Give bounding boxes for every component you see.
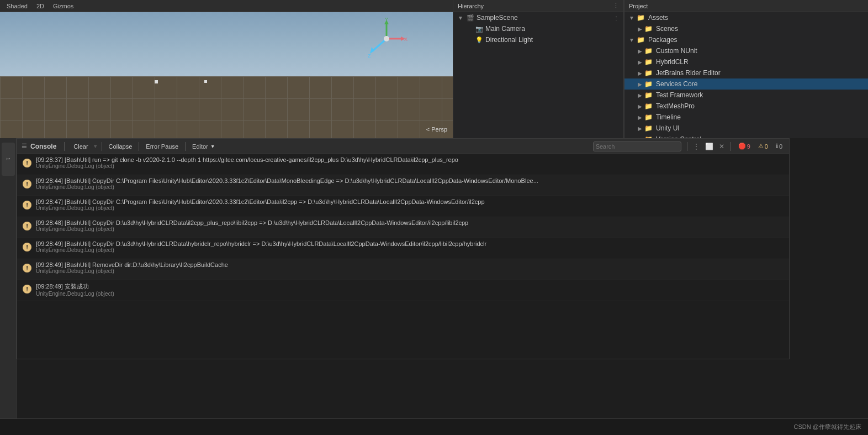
info-count: 0 — [779, 143, 782, 150]
project-item-label: Test Framework — [656, 91, 703, 99]
clear-button[interactable]: Clear — [70, 142, 91, 151]
error-pause-button[interactable]: Error Pause — [142, 142, 182, 151]
hierarchy-header: Hierarchy ⋮ — [453, 0, 623, 12]
divider-2 — [102, 142, 102, 151]
svg-text:X: X — [404, 36, 407, 42]
console-message[interactable]: ![09:28:44] [BashUtil] CopyDir C:\Progra… — [17, 175, 789, 196]
console-maximize-icon[interactable]: ⬜ — [705, 143, 713, 150]
project-item-custom-nunit[interactable]: ▶📁Custom NUnit — [624, 45, 868, 56]
error-count: 9 — [747, 143, 750, 150]
editor-dropdown-icon: ▼ — [210, 144, 215, 149]
message-line2: UnityEngine.Debug:Log (object) — [36, 291, 785, 297]
hierarchy-panel: Hierarchy ⋮ ▼ 🎬 SampleScene ⋮ 📷 Main Cam… — [453, 0, 624, 138]
project-arrow-icon: ▶ — [638, 92, 642, 98]
message-line1: [09:28:44] [BashUtil] CopyDir C:\Program… — [36, 177, 785, 184]
project-item-label: HybridCLR — [656, 58, 689, 66]
message-line1: [09:28:47] [BashUtil] CopyDir C:\Program… — [36, 198, 785, 205]
scene-gizmos-btn[interactable]: Gizmos — [50, 2, 77, 11]
hierarchy-scene-menu[interactable]: ⋮ — [613, 15, 619, 21]
scene-toolbar: Shaded 2D Gizmos — [0, 0, 453, 12]
project-item-unity-ui[interactable]: ▶📁Unity UI — [624, 123, 868, 134]
console-header: ☰ Console Clear ▼ Collapse Error Pause E… — [17, 139, 789, 154]
console-message[interactable]: ![09:28:37] [BashUtil] run => git clone … — [17, 154, 789, 175]
divider-4 — [185, 142, 186, 151]
folder-icon: 📁 — [644, 80, 653, 88]
project-arrow-icon: ▶ — [638, 70, 642, 76]
console-error-badge[interactable]: 🛑 9 — [736, 142, 753, 150]
console-message[interactable]: ![09:28:49] [BashUtil] RemoveDir dir:D:\… — [17, 259, 789, 280]
bottom-bar: CSDN @作孽就得先起床 — [0, 418, 868, 435]
message-line2: UnityEngine.Debug:Log (object) — [36, 247, 785, 253]
message-line2: UnityEngine.Debug:Log (object) — [36, 226, 785, 232]
divider-3 — [139, 142, 139, 151]
sidebar-tab-1[interactable]: 1 — [2, 143, 15, 176]
warning-icon: ! — [22, 242, 33, 253]
console-message[interactable]: ![09:28:48] [BashUtil] CopyDir D:\u3d\hy… — [17, 217, 789, 238]
project-item-timeline[interactable]: ▶📁Timeline — [624, 112, 868, 123]
divider-5 — [687, 142, 687, 151]
project-item-scenes[interactable]: ▶📁Scenes — [624, 23, 868, 34]
project-item-packages[interactable]: ▼📁Packages — [624, 34, 868, 45]
folder-icon: 📁 — [637, 14, 645, 22]
project-arrow-icon: ▶ — [638, 26, 642, 32]
bottom-credit: CSDN @作孽就得先起床 — [794, 423, 861, 431]
project-item-jetbrains-rider-editor[interactable]: ▶📁JetBrains Rider Editor — [624, 67, 868, 78]
directionallight-icon: 💡 — [475, 36, 483, 44]
folder-icon: 📁 — [644, 47, 653, 55]
console-messages: ![09:28:37] [BashUtil] run => git clone … — [17, 154, 789, 359]
project-arrow-icon: ▼ — [629, 15, 634, 21]
folder-icon: 📁 — [644, 113, 653, 121]
scene-persp-label: < Persp — [426, 126, 447, 133]
folder-icon: 📁 — [644, 69, 653, 77]
project-arrow-icon: ▶ — [638, 125, 642, 132]
console-info-badge[interactable]: ℹ 0 — [774, 142, 785, 150]
maincamera-icon: 📷 — [475, 25, 483, 33]
scene-gizmo: X Y Z — [364, 17, 409, 61]
error-icon: 🛑 — [738, 143, 746, 150]
folder-icon: 📁 — [637, 36, 645, 44]
collapse-button[interactable]: Collapse — [105, 142, 136, 151]
project-item-services-core[interactable]: ▶📁Services Core — [624, 78, 868, 90]
console-message[interactable]: ![09:28:49] [BashUtil] CopyDir D:\u3d\hy… — [17, 238, 789, 259]
folder-icon: 📁 — [644, 58, 653, 66]
console-message[interactable]: ![09:28:47] [BashUtil] CopyDir C:\Progra… — [17, 196, 789, 217]
message-line2: UnityEngine.Debug:Log (object) — [36, 163, 785, 169]
project-item-assets[interactable]: ▼📁Assets — [624, 12, 868, 23]
project-item-label: Custom NUnit — [656, 47, 697, 55]
project-item-textmeshpro[interactable]: ▶📁TextMeshPro — [624, 101, 868, 112]
console-search-input[interactable] — [593, 141, 681, 151]
console-panel: ☰ Console Clear ▼ Collapse Error Pause E… — [17, 138, 790, 359]
hierarchy-item-maincamera[interactable]: 📷 Main Camera — [453, 23, 623, 34]
project-item-hybridclr[interactable]: ▶📁HybridCLR — [624, 56, 868, 67]
scene-grid — [0, 76, 453, 139]
warning-icon: ! — [22, 221, 33, 232]
console-more-icon[interactable]: ⋮ — [693, 143, 700, 150]
message-line2: UnityEngine.Debug:Log (object) — [36, 205, 785, 211]
console-close-icon[interactable]: ✕ — [719, 143, 724, 150]
project-item-label: Scenes — [656, 25, 678, 33]
console-divider-1 — [64, 142, 65, 151]
warning-icon: ⚠ — [758, 143, 764, 150]
folder-icon: 📁 — [644, 25, 653, 33]
hierarchy-scene-root[interactable]: ▼ 🎬 SampleScene ⋮ — [453, 12, 623, 23]
project-arrow-icon: ▶ — [638, 114, 642, 120]
warning-icon: ! — [22, 200, 33, 211]
folder-icon: 📁 — [644, 91, 653, 99]
scene-2d-btn[interactable]: 2D — [33, 2, 47, 11]
warning-icon: ! — [22, 158, 33, 169]
project-item-label: Unity UI — [656, 124, 680, 132]
message-line1: [09:28:49] 安装成功 — [36, 282, 785, 291]
console-warning-badge[interactable]: ⚠ 0 — [756, 142, 770, 150]
scene-shaded-btn[interactable]: Shaded — [3, 2, 31, 11]
project-panel: Project ▼📁Assets▶📁Scenes▼📁Packages▶📁Cust… — [624, 0, 868, 138]
hierarchy-menu-icon[interactable]: ⋮ — [613, 2, 619, 9]
message-line1: [09:28:49] [BashUtil] CopyDir D:\u3d\hy\… — [36, 240, 785, 247]
project-item-label: Services Core — [656, 80, 697, 88]
editor-button[interactable]: Editor ▼ — [189, 142, 219, 151]
project-arrow-icon: ▼ — [629, 37, 634, 43]
project-item-test-framework[interactable]: ▶📁Test Framework — [624, 90, 868, 101]
console-message[interactable]: ![09:28:49] 安装成功UnityEngine.Debug:Log (o… — [17, 280, 789, 301]
hierarchy-item-directionallight[interactable]: 💡 Directional Light — [453, 34, 623, 45]
project-arrow-icon: ▶ — [638, 59, 642, 65]
clear-dropdown-icon[interactable]: ▼ — [93, 143, 98, 149]
